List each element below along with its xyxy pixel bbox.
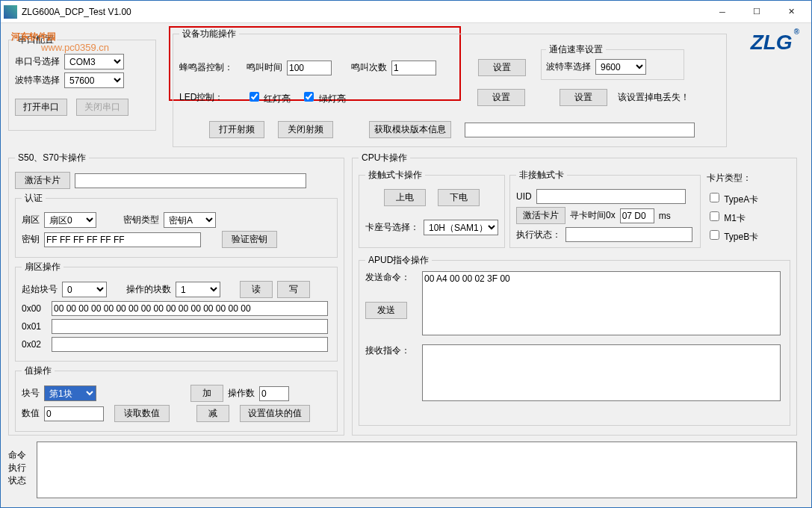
recv-label: 接收指令： [365, 344, 418, 401]
typeb-checkbox[interactable]: TypeB卡 [707, 228, 786, 244]
baud-label: 波特率选择 [15, 74, 60, 87]
open-port-button[interactable]: 打开串口 [15, 99, 67, 116]
contact-legend: 接触式卡操作 [365, 169, 425, 182]
val-label: 数值 [22, 407, 40, 420]
green-led-checkbox[interactable]: 绿灯亮 [301, 90, 345, 105]
red-led-checkbox[interactable]: 红灯亮 [247, 90, 291, 105]
slot-select[interactable]: 10H（SAM1） [424, 220, 498, 235]
buzzer-set-button[interactable]: 设置 [478, 59, 526, 76]
sub-button[interactable]: 减 [196, 405, 229, 422]
opcount-label: 操作数 [228, 387, 255, 400]
block-label: 块号 [22, 387, 40, 400]
row2-input[interactable] [52, 337, 328, 352]
uid-label: UID [516, 191, 532, 202]
exec-status-label: 执行状态： [516, 229, 561, 241]
set-block-button[interactable]: 设置值块的值 [240, 405, 310, 422]
close-rf-button[interactable]: 关闭射频 [278, 121, 333, 138]
close-port-button[interactable]: 关闭串口 [76, 99, 128, 116]
sector-select[interactable]: 扇区0 [44, 212, 96, 228]
blockcount-label: 操作的块数 [126, 283, 171, 296]
activate-output[interactable] [75, 173, 306, 188]
row1-input[interactable] [52, 319, 328, 334]
watermark: 河东软件园 www.pc0359.cn [11, 22, 109, 53]
cmd-status-textarea[interactable] [37, 442, 797, 498]
seektime-label: 寻卡时间0x [570, 209, 616, 222]
contactless-legend: 非接触式卡 [516, 169, 567, 182]
send-label: 发送命令： [365, 271, 418, 284]
cmd-status-label: 命令 执行 状态 [8, 442, 32, 500]
valueop-legend: 值操作 [22, 365, 55, 377]
opcount-input[interactable] [259, 386, 289, 401]
cardtype-legend: 卡片类型： [707, 172, 786, 185]
val-input[interactable] [44, 406, 104, 421]
uid-input[interactable] [536, 189, 686, 204]
activate-card-button[interactable]: 激活卡片 [15, 172, 70, 189]
apdu-legend: APUD指令操作 [365, 254, 432, 267]
app-icon [4, 5, 17, 19]
row0-input[interactable] [52, 301, 328, 316]
blockcount-select[interactable]: 1 [176, 282, 220, 297]
power-off-button[interactable]: 下电 [438, 189, 480, 206]
seektime-input[interactable] [620, 208, 654, 223]
slot-label: 卡座号选择： [365, 221, 419, 234]
buzz-time-input[interactable] [287, 61, 332, 75]
send-textarea[interactable]: 00 A4 00 00 02 3F 00 [422, 271, 781, 335]
row2-label: 0x02 [22, 339, 47, 350]
power-on-button[interactable]: 上电 [384, 189, 426, 206]
port-select[interactable]: COM3 [64, 54, 124, 69]
led-set-button[interactable]: 设置 [477, 89, 525, 106]
comm-baud-select[interactable]: 9600 [595, 59, 646, 75]
version-output[interactable] [465, 123, 695, 137]
sector-label: 扇区 [22, 214, 40, 226]
led-label: LED控制： [179, 91, 242, 104]
auth-legend: 认证 [22, 192, 46, 205]
typea-checkbox[interactable]: TypeA卡 [707, 190, 786, 206]
devfunc-legend: 设备功能操作 [179, 28, 239, 40]
send-button[interactable]: 发送 [365, 302, 407, 319]
add-button[interactable]: 加 [190, 385, 223, 402]
ms-label: ms [659, 211, 671, 221]
exec-status-input[interactable] [565, 227, 692, 242]
close-button[interactable]: ✕ [774, 1, 808, 22]
s50s70-legend: S50、S70卡操作 [15, 152, 89, 164]
buzz-time-label: 鸣叫时间 [247, 61, 282, 74]
window-title: ZLG600A_DCP_Test V1.00 [22, 7, 705, 17]
comm-rate-legend: 通信速率设置 [546, 43, 606, 56]
key-input[interactable] [44, 232, 201, 247]
buzz-count-input[interactable] [391, 61, 436, 75]
buzz-count-label: 鸣叫次数 [351, 61, 387, 74]
row1-label: 0x01 [22, 321, 47, 332]
m1-checkbox[interactable]: M1卡 [707, 209, 786, 225]
comm-baud-label: 波特率选择 [546, 61, 591, 73]
startblock-label: 起始块号 [22, 283, 58, 296]
recv-textarea[interactable] [422, 344, 781, 401]
open-rf-button[interactable]: 打开射频 [209, 121, 264, 138]
write-button[interactable]: 写 [277, 281, 310, 298]
keytype-label: 密钥类型 [123, 214, 159, 226]
read-button[interactable]: 读 [240, 281, 273, 298]
startblock-select[interactable]: 0 [62, 282, 107, 297]
verify-key-button[interactable]: 验证密钥 [222, 231, 277, 248]
cl-activate-button[interactable]: 激活卡片 [516, 207, 565, 224]
sectorop-legend: 扇区操作 [22, 261, 63, 273]
get-version-button[interactable]: 获取模块版本信息 [369, 121, 451, 138]
comm-note: 该设置掉电丢失！ [618, 91, 685, 104]
keytype-select[interactable]: 密钥A [164, 212, 216, 228]
maximize-button[interactable]: ☐ [740, 1, 774, 22]
baud-select[interactable]: 57600 [64, 72, 124, 88]
key-label: 密钥 [22, 233, 40, 246]
port-label: 串口号选择 [15, 55, 60, 68]
row0-label: 0x00 [22, 303, 47, 314]
comm-set-button[interactable]: 设置 [560, 89, 607, 106]
block-select[interactable]: 第1块 [44, 385, 96, 401]
buzzer-label: 蜂鸣器控制： [179, 61, 242, 74]
minimize-button[interactable]: ─ [705, 1, 740, 22]
cpu-legend: CPU卡操作 [359, 152, 410, 164]
read-val-button[interactable]: 读取数值 [114, 405, 170, 422]
